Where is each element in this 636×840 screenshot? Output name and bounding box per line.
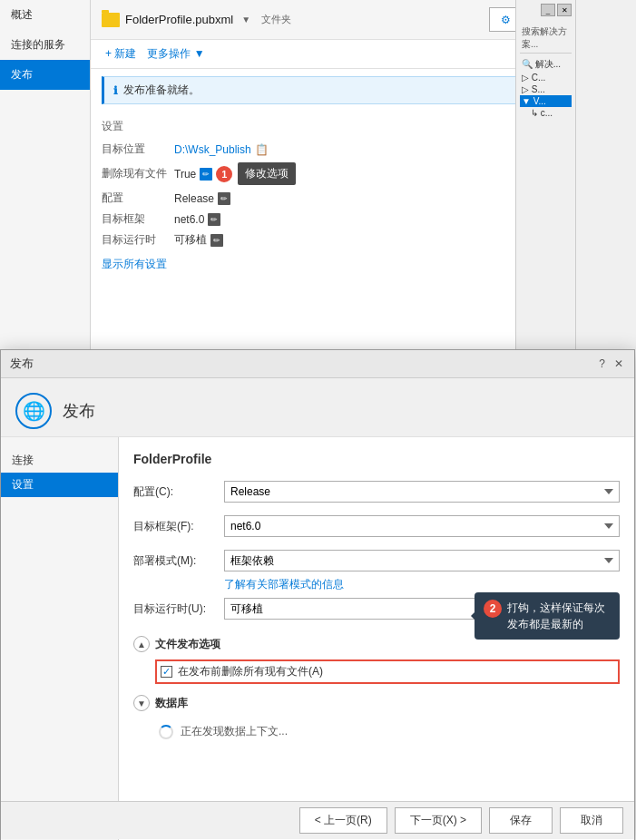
top-panel: 概述 连接的服务 发布 FolderProfile.pubxml ▼ 文件夹 ⚙… [0,0,576,349]
config-row: 配置 Release ✏ [102,190,564,206]
config-form-label: 配置(C): [133,484,224,500]
delete-files-edit-icon[interactable]: ✏ [200,168,212,181]
modal-footer: < 上一页(R) 下一页(X) > 保存 取消 [1,801,634,839]
info-bar: ℹ 发布准备就绪。 [102,76,564,104]
modal-section-title: FolderProfile [133,452,620,466]
sidebar-item-overview[interactable]: 概述 [0,0,90,30]
cancel-button[interactable]: 取消 [560,807,623,834]
next-button[interactable]: 下一页(X) > [395,807,482,834]
loading-spinner [159,725,173,739]
se-tree-item-5[interactable]: ↳ c... [520,107,572,119]
save-button[interactable]: 保存 [489,807,553,834]
framework-value: net6.0 [174,213,204,226]
se-tree-item-4[interactable]: ▼ V... [520,95,572,107]
framework-form-label: 目标框架(F): [133,519,224,534]
tooltip-balloon-2: 2 打钩，这样保证每次发布都是最新的 [475,592,620,640]
sidebar-item-services[interactable]: 连接的服务 [0,30,90,60]
modal-help-btn[interactable]: ? [597,357,607,370]
file-publish-section: ▲ 文件发布选项 在发布前删除所有现有文件(A) [133,632,620,684]
se-tree-item-1[interactable]: 🔍 解决... [520,57,572,72]
show-all-settings-link[interactable]: 显示所有设置 [102,257,167,272]
target-location-value[interactable]: D:\Wsk_Publish [174,143,251,156]
file-publish-content: 在发布前删除所有现有文件(A) [133,659,620,684]
runtime-value: 可移植 [174,232,207,248]
tooltip-modify-options: 修改选项 [238,162,296,185]
database-section: ▼ 数据库 正在发现数据上下文... [133,691,620,745]
database-header[interactable]: ▼ 数据库 [133,691,620,715]
copy-icon[interactable]: 📋 [255,143,269,156]
sidebar-item-publish[interactable]: 发布 [0,60,90,90]
config-label: 配置 [102,190,174,206]
se-tree-item-3[interactable]: ▷ S... [520,83,572,95]
form-row-config: 配置(C): Release [133,481,620,503]
framework-label: 目标框架 [102,211,174,227]
config-select[interactable]: Release [224,481,620,503]
panel-minimize-btn[interactable]: _ [541,4,555,16]
form-row-framework: 目标框架(F): net6.0 [133,515,620,537]
modal-publish-header-title: 发布 [63,400,95,422]
database-content: 正在发现数据上下文... [133,718,620,745]
config-edit-icon[interactable]: ✏ [218,192,230,205]
badge-2: 2 [484,600,502,618]
delete-files-checkbox[interactable] [161,666,172,678]
modal-left-sidebar: 连接 设置 [1,437,119,840]
panel-header: _ ✕ [516,0,575,20]
file-publish-collapse-btn[interactable]: ▲ [133,636,150,652]
delete-files-checkbox-label: 在发布前删除所有现有文件(A) [178,664,323,679]
filename-dropdown-arrow[interactable]: ▼ [241,15,250,24]
info-bar-text: 发布准备就绪。 [123,83,200,98]
delete-files-row: 删除现有文件 True ✏ 1 修改选项 [102,162,564,185]
tooltip-2-text: 打钩，这样保证每次发布都是最新的 [507,600,611,632]
delete-files-value: True [174,168,196,181]
top-sidebar: 概述 连接的服务 发布 [0,0,91,349]
framework-select[interactable]: net6.0 [224,515,620,537]
deploy-mode-select[interactable]: 框架依赖 [224,550,620,571]
config-value: Release [174,192,214,205]
top-header: FolderProfile.pubxml ▼ 文件夹 ⚙ 发布(U) [91,0,575,40]
modal-dialog: 发布 ? ✕ 🌐 发布 连接 设置 FolderProfile [0,349,635,840]
delete-files-checkbox-row: 在发布前删除所有现有文件(A) [155,659,620,684]
framework-edit-icon[interactable]: ✏ [208,213,220,226]
solution-explorer: 搜索解决方案... 🔍 解决... ▷ C... ▷ S... ▼ V... ↳… [516,20,575,122]
modal-sidebar-connect[interactable]: 连接 [1,448,118,473]
delete-files-label: 删除现有文件 [102,166,174,181]
file-name: FolderProfile.pubxml [125,13,233,26]
loading-text: 正在发现数据上下文... [181,724,288,739]
panel-close-btn[interactable]: ✕ [557,4,572,16]
folder-info: FolderProfile.pubxml ▼ 文件夹 [102,13,291,27]
top-toolbar: + 新建 更多操作 ▼ [91,40,575,69]
settings-section: 设置 目标位置 D:\Wsk_Publish 📋 删除现有文件 True ✏ 1… [91,112,575,279]
deploy-mode-link[interactable]: 了解有关部署模式的信息 [224,577,620,592]
settings-section-title: 设置 [102,119,564,134]
loading-row: 正在发现数据上下文... [155,718,620,745]
runtime-form-label: 目标运行时(U): [133,601,224,617]
modal-titlebar: 发布 ? ✕ [1,350,634,378]
database-title: 数据库 [155,696,188,711]
modal-controls: ? ✕ [597,357,625,370]
modal-close-btn[interactable]: ✕ [612,357,625,370]
database-collapse-btn[interactable]: ▼ [133,695,150,711]
modal-title: 发布 [10,356,34,372]
modal-sidebar-settings[interactable]: 设置 [1,473,118,497]
prev-button[interactable]: < 上一页(R) [299,807,387,834]
right-solution-explorer: _ ✕ 搜索解决方案... 🔍 解决... ▷ C... ▷ S... ▼ V.… [515,0,575,349]
info-icon: ℹ [113,84,118,97]
target-location-row: 目标位置 D:\Wsk_Publish 📋 [102,142,564,157]
se-search-label: 搜索解决方案... [520,24,572,54]
folder-icon [102,13,120,27]
framework-row: 目标框架 net6.0 ✏ [102,211,564,227]
top-content-area: FolderProfile.pubxml ▼ 文件夹 ⚙ 发布(U) + 新建 … [91,0,575,349]
publish-btn-icon: ⚙ [501,14,511,26]
runtime-row: 目标运行时 可移植 ✏ [102,232,564,248]
form-row-deploy-mode: 部署模式(M): 框架依赖 [133,550,620,571]
new-button[interactable]: + 新建 [102,44,140,63]
runtime-label: 目标运行时 [102,232,174,248]
file-publish-title: 文件发布选项 [155,637,220,652]
runtime-edit-icon[interactable]: ✏ [210,234,223,247]
se-tree-item-2[interactable]: ▷ C... [520,72,572,83]
modal-publish-header: 🌐 发布 [1,378,634,437]
more-actions-button[interactable]: 更多操作 ▼ [143,44,208,63]
file-type: 文件夹 [261,13,291,26]
publish-globe-icon: 🌐 [15,393,52,429]
deploy-mode-form-label: 部署模式(M): [133,553,224,569]
